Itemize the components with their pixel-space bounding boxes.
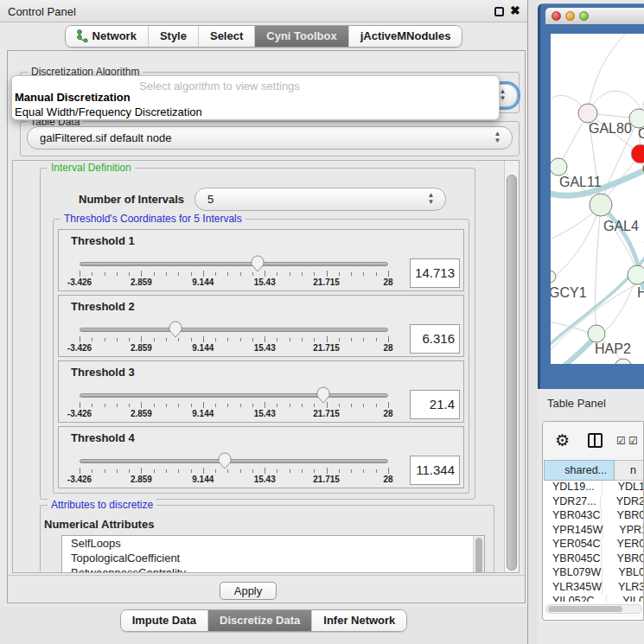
table-row[interactable]: YIL052CYIL0: [544, 595, 644, 602]
slider-track[interactable]: [80, 328, 388, 332]
cell-name[interactable]: YBR0: [602, 509, 644, 524]
settings-scrollbar-thumb[interactable]: [507, 175, 517, 571]
cell-name[interactable]: YDL1: [603, 481, 644, 495]
network-node[interactable]: [631, 144, 644, 163]
cell-shared-name[interactable]: YPR145W: [544, 524, 603, 539]
table-row[interactable]: YLR345WYLR3: [544, 581, 644, 596]
menu-item-equal-width-frequency[interactable]: Equal Width/Frequency Discretization: [15, 105, 202, 118]
threshold-slider[interactable]: -3.4262.8599.14415.4321.71528: [80, 384, 388, 420]
network-node[interactable]: [628, 265, 644, 284]
network-node[interactable]: [615, 359, 632, 364]
table-row[interactable]: YDR27...YDR2: [544, 495, 644, 510]
network-node[interactable]: [551, 158, 567, 175]
network-canvas[interactable]: GAL80G.CGAL11GAL4GCY1HHAP2: [551, 34, 644, 364]
close-icon[interactable]: ✖: [510, 3, 520, 17]
cell-shared-name[interactable]: YDL19...: [544, 481, 603, 495]
network-node[interactable]: [551, 271, 556, 283]
threshold-slider[interactable]: -3.4262.8599.14415.4321.71528: [80, 252, 388, 289]
tab-network[interactable]: Network: [66, 26, 148, 47]
tab-infer-network[interactable]: Infer Network: [311, 610, 406, 631]
checkbox-icon[interactable]: ☑: [616, 435, 626, 447]
cell-name[interactable]: YBL0: [603, 566, 644, 581]
threshold-slider[interactable]: -3.4262.8599.14415.4321.71528: [80, 450, 388, 486]
threshold-value-field[interactable]: 11.344: [410, 456, 460, 485]
cell-shared-name[interactable]: YIL052C: [544, 595, 607, 602]
threshold-label: Threshold 1: [71, 234, 135, 247]
cell-name[interactable]: YIL0: [607, 595, 644, 602]
slider-track[interactable]: [80, 459, 388, 463]
slider-tick-label: 21.715: [313, 277, 340, 287]
network-node[interactable]: [588, 325, 605, 342]
cell-shared-name[interactable]: YBR045C: [544, 552, 602, 567]
mac-close-icon[interactable]: [552, 11, 561, 21]
slider-scale: -3.4262.8599.14415.4321.71528: [80, 343, 388, 354]
cell-name[interactable]: YPR1: [603, 524, 644, 539]
gear-icon[interactable]: ⚙: [555, 430, 570, 450]
slider-tick-label: 2.859: [131, 475, 152, 484]
table-row[interactable]: YBL079WYBL0: [544, 566, 644, 581]
threshold-value-field[interactable]: 6.316: [410, 324, 460, 354]
network-window-titlebar[interactable]: [545, 8, 644, 24]
number-of-intervals-value: 5: [207, 193, 214, 206]
slider-tick-label: 15.43: [254, 475, 276, 484]
menu-item-manual-discretization[interactable]: Manual Discretization: [15, 91, 131, 104]
float-window-icon[interactable]: [494, 7, 504, 16]
cell-name[interactable]: YBR0: [602, 552, 644, 567]
tab-cyni-toolbox[interactable]: Cyni Toolbox: [254, 26, 348, 47]
tab-style[interactable]: Style: [148, 26, 198, 47]
attribute-list-item[interactable]: SelfLoops: [62, 536, 484, 551]
cell-name[interactable]: YLR3: [603, 581, 644, 596]
table-row[interactable]: YBR043CYBR0: [544, 509, 644, 524]
slider-tick-label: 21.715: [313, 475, 340, 484]
thresholds-group: Threshold's Coordinates for 5 Intervals …: [53, 219, 469, 494]
slider-tick-label: 15.43: [254, 343, 276, 353]
tab-jactivemnodules[interactable]: jActiveMNodules: [348, 26, 462, 47]
checkbox-icon[interactable]: ☑: [628, 435, 638, 447]
slider-track[interactable]: [80, 262, 388, 266]
cell-shared-name[interactable]: YBL079W: [544, 566, 603, 581]
cell-shared-name[interactable]: YER054C: [544, 538, 602, 552]
node-label: GCY1: [551, 285, 587, 300]
list-scrollbar-thumb[interactable]: [475, 538, 482, 573]
tab-label: Discretize Data: [220, 614, 300, 627]
apply-row: Apply: [8, 575, 525, 603]
table-row[interactable]: YPR145WYPR1: [544, 524, 644, 539]
table-data-combo[interactable]: galFiltered.sif default node ▲▼: [27, 126, 513, 150]
threshold-value-field[interactable]: 14.713: [410, 258, 460, 288]
table-row[interactable]: YBR045CYBR0: [544, 552, 644, 567]
numerical-attributes-list[interactable]: SelfLoopsTopologicalCoefficientBetweenne…: [61, 535, 485, 573]
threshold-value-field[interactable]: 21.4: [410, 390, 460, 419]
column-header-name[interactable]: n: [615, 460, 644, 481]
threshold-slider[interactable]: -3.4262.8599.14415.4321.71528: [80, 318, 388, 354]
cell-shared-name[interactable]: YDR27...: [544, 495, 601, 510]
attribute-list-item[interactable]: BetweennessCentrality: [62, 565, 484, 573]
table-hscrollbar-thumb[interactable]: [548, 606, 622, 612]
attribute-list-item[interactable]: TopologicalCoefficient: [62, 551, 484, 565]
slider-track[interactable]: [80, 393, 388, 398]
split-column-icon[interactable]: [588, 433, 603, 448]
node-label: HAP2: [595, 341, 631, 356]
tab-select[interactable]: Select: [198, 26, 254, 47]
cell-name[interactable]: YER0: [602, 538, 644, 552]
panel-divider[interactable]: [527, 0, 538, 644]
table-row[interactable]: YDL19...YDL1: [544, 481, 644, 495]
mac-zoom-icon[interactable]: [579, 11, 589, 21]
cell-shared-name[interactable]: YLR345W: [544, 581, 603, 596]
cell-shared-name[interactable]: YBR043C: [544, 509, 602, 524]
mac-minimize-icon[interactable]: [565, 11, 575, 21]
column-header-shared-name[interactable]: shared...: [544, 460, 615, 481]
slider-tick-label: 9.144: [192, 409, 214, 418]
list-scrollbar[interactable]: [473, 536, 484, 573]
tab-impute-data[interactable]: Impute Data: [121, 610, 207, 631]
number-of-intervals-combo[interactable]: 5 ▲▼: [194, 188, 446, 211]
table-row[interactable]: YER054CYER0: [544, 538, 644, 552]
tab-discretize-data[interactable]: Discretize Data: [207, 610, 311, 631]
cell-name[interactable]: YDR2: [601, 495, 644, 510]
network-node[interactable]: [578, 104, 597, 123]
slider-tick-label: 9.144: [192, 343, 214, 353]
network-node[interactable]: [590, 194, 612, 216]
apply-button[interactable]: Apply: [220, 582, 277, 600]
table-hscrollbar[interactable]: [545, 604, 642, 614]
settings-scrollbar[interactable]: [504, 161, 519, 572]
network-icon: [77, 29, 88, 42]
